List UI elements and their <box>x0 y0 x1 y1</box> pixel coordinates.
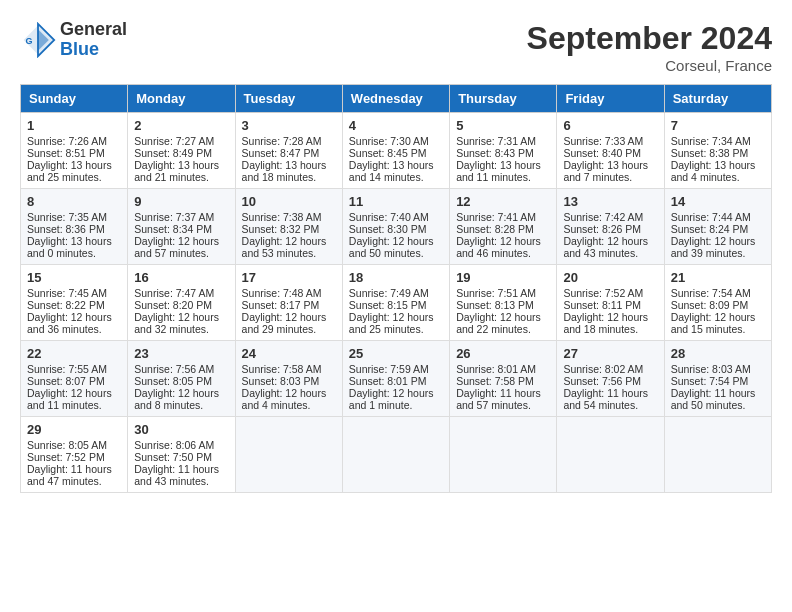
day-13: 13 Sunrise: 7:42 AM Sunset: 8:26 PM Dayl… <box>557 189 664 265</box>
day-30: 30 Sunrise: 8:06 AM Sunset: 7:50 PM Dayl… <box>128 417 235 493</box>
day-6: 6 Sunrise: 7:33 AM Sunset: 8:40 PM Dayli… <box>557 113 664 189</box>
day-1: 1 Sunrise: 7:26 AM Sunset: 8:51 PM Dayli… <box>21 113 128 189</box>
day-27: 27 Sunrise: 8:02 AM Sunset: 7:56 PM Dayl… <box>557 341 664 417</box>
day-12: 12 Sunrise: 7:41 AM Sunset: 8:28 PM Dayl… <box>450 189 557 265</box>
calendar-row-2: 8 Sunrise: 7:35 AM Sunset: 8:36 PM Dayli… <box>21 189 772 265</box>
calendar-row-1: 1 Sunrise: 7:26 AM Sunset: 8:51 PM Dayli… <box>21 113 772 189</box>
col-thursday: Thursday <box>450 85 557 113</box>
day-16: 16 Sunrise: 7:47 AM Sunset: 8:20 PM Dayl… <box>128 265 235 341</box>
day-9: 9 Sunrise: 7:37 AM Sunset: 8:34 PM Dayli… <box>128 189 235 265</box>
day-25: 25 Sunrise: 7:59 AM Sunset: 8:01 PM Dayl… <box>342 341 449 417</box>
day-3: 3 Sunrise: 7:28 AM Sunset: 8:47 PM Dayli… <box>235 113 342 189</box>
empty-cell-2 <box>342 417 449 493</box>
day-29: 29 Sunrise: 8:05 AM Sunset: 7:52 PM Dayl… <box>21 417 128 493</box>
empty-cell-1 <box>235 417 342 493</box>
calendar-header-row: Sunday Monday Tuesday Wednesday Thursday… <box>21 85 772 113</box>
empty-cell-5 <box>664 417 771 493</box>
col-saturday: Saturday <box>664 85 771 113</box>
title-block: September 2024 Corseul, France <box>527 20 772 74</box>
day-23: 23 Sunrise: 7:56 AM Sunset: 8:05 PM Dayl… <box>128 341 235 417</box>
logo-text: General Blue <box>60 20 127 60</box>
month-title: September 2024 <box>527 20 772 57</box>
page-header: G General Blue September 2024 Corseul, F… <box>20 20 772 74</box>
day-28: 28 Sunrise: 8:03 AM Sunset: 7:54 PM Dayl… <box>664 341 771 417</box>
day-4: 4 Sunrise: 7:30 AM Sunset: 8:45 PM Dayli… <box>342 113 449 189</box>
empty-cell-4 <box>557 417 664 493</box>
col-friday: Friday <box>557 85 664 113</box>
day-15: 15 Sunrise: 7:45 AM Sunset: 8:22 PM Dayl… <box>21 265 128 341</box>
day-18: 18 Sunrise: 7:49 AM Sunset: 8:15 PM Dayl… <box>342 265 449 341</box>
day-17: 17 Sunrise: 7:48 AM Sunset: 8:17 PM Dayl… <box>235 265 342 341</box>
calendar-row-3: 15 Sunrise: 7:45 AM Sunset: 8:22 PM Dayl… <box>21 265 772 341</box>
day-11: 11 Sunrise: 7:40 AM Sunset: 8:30 PM Dayl… <box>342 189 449 265</box>
logo: G General Blue <box>20 20 127 60</box>
calendar-row-5: 29 Sunrise: 8:05 AM Sunset: 7:52 PM Dayl… <box>21 417 772 493</box>
day-2: 2 Sunrise: 7:27 AM Sunset: 8:49 PM Dayli… <box>128 113 235 189</box>
svg-text:G: G <box>25 35 32 45</box>
col-monday: Monday <box>128 85 235 113</box>
day-14: 14 Sunrise: 7:44 AM Sunset: 8:24 PM Dayl… <box>664 189 771 265</box>
calendar: Sunday Monday Tuesday Wednesday Thursday… <box>20 84 772 493</box>
col-sunday: Sunday <box>21 85 128 113</box>
day-20: 20 Sunrise: 7:52 AM Sunset: 8:11 PM Dayl… <box>557 265 664 341</box>
day-5: 5 Sunrise: 7:31 AM Sunset: 8:43 PM Dayli… <box>450 113 557 189</box>
calendar-row-4: 22 Sunrise: 7:55 AM Sunset: 8:07 PM Dayl… <box>21 341 772 417</box>
location: Corseul, France <box>527 57 772 74</box>
day-8: 8 Sunrise: 7:35 AM Sunset: 8:36 PM Dayli… <box>21 189 128 265</box>
col-tuesday: Tuesday <box>235 85 342 113</box>
empty-cell-3 <box>450 417 557 493</box>
day-22: 22 Sunrise: 7:55 AM Sunset: 8:07 PM Dayl… <box>21 341 128 417</box>
day-26: 26 Sunrise: 8:01 AM Sunset: 7:58 PM Dayl… <box>450 341 557 417</box>
col-wednesday: Wednesday <box>342 85 449 113</box>
day-19: 19 Sunrise: 7:51 AM Sunset: 8:13 PM Dayl… <box>450 265 557 341</box>
day-24: 24 Sunrise: 7:58 AM Sunset: 8:03 PM Dayl… <box>235 341 342 417</box>
day-10: 10 Sunrise: 7:38 AM Sunset: 8:32 PM Dayl… <box>235 189 342 265</box>
day-7: 7 Sunrise: 7:34 AM Sunset: 8:38 PM Dayli… <box>664 113 771 189</box>
logo-icon: G <box>20 22 56 58</box>
day-21: 21 Sunrise: 7:54 AM Sunset: 8:09 PM Dayl… <box>664 265 771 341</box>
